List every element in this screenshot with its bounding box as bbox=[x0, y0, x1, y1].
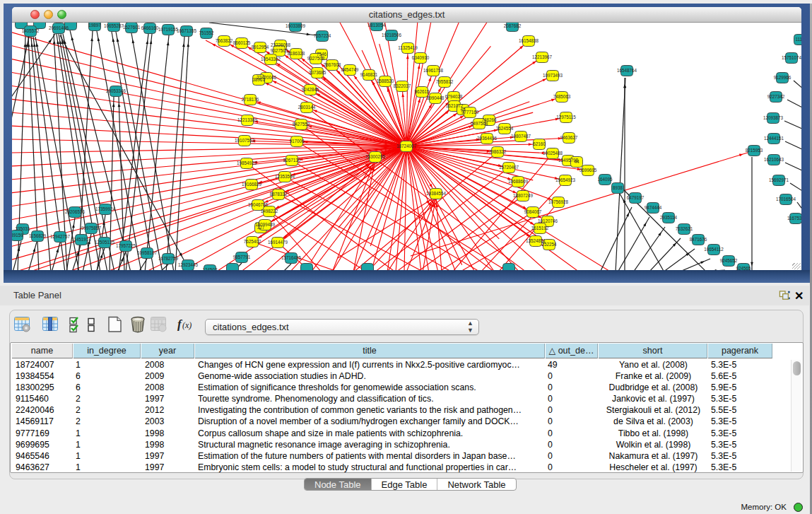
svg-text:23226058: 23226058 bbox=[271, 42, 291, 47]
svg-text:917006: 917006 bbox=[289, 139, 305, 144]
svg-text:20364436: 20364436 bbox=[477, 136, 498, 141]
svg-text:9463627: 9463627 bbox=[560, 135, 578, 140]
svg-text:10756928: 10756928 bbox=[548, 199, 569, 204]
svg-text:20691406: 20691406 bbox=[49, 25, 69, 30]
svg-text:62160: 62160 bbox=[533, 141, 546, 146]
svg-text:12505135: 12505135 bbox=[95, 240, 115, 245]
svg-text:11451914: 11451914 bbox=[71, 237, 91, 242]
svg-text:12213967: 12213967 bbox=[532, 54, 553, 59]
svg-text:39159: 39159 bbox=[12, 233, 23, 238]
svg-text:9242845: 9242845 bbox=[302, 87, 319, 92]
svg-text:3373685: 3373685 bbox=[309, 70, 326, 75]
svg-text:751552: 751552 bbox=[199, 30, 214, 35]
svg-text:9327503: 9327503 bbox=[271, 48, 288, 53]
svg-text:10655287: 10655287 bbox=[104, 23, 124, 28]
svg-text:10107553: 10107553 bbox=[235, 138, 255, 143]
svg-text:10120746: 10120746 bbox=[538, 218, 558, 223]
svg-text:9084067: 9084067 bbox=[524, 209, 542, 214]
svg-text:18724007: 18724007 bbox=[396, 144, 417, 148]
svg-text:16548764: 16548764 bbox=[617, 68, 637, 73]
svg-text:7485063: 7485063 bbox=[553, 94, 571, 99]
svg-text:9245652: 9245652 bbox=[720, 258, 738, 263]
svg-text:2803144: 2803144 bbox=[298, 105, 316, 110]
svg-text:16154838: 16154838 bbox=[519, 38, 539, 43]
svg-text:8186328: 8186328 bbox=[288, 51, 305, 56]
svg-text:6479197: 6479197 bbox=[627, 195, 645, 200]
svg-text:17359924: 17359924 bbox=[95, 206, 116, 211]
svg-text:38961: 38961 bbox=[252, 77, 265, 82]
svg-text:(x): (x) bbox=[182, 320, 192, 330]
svg-text:2087682: 2087682 bbox=[504, 23, 522, 28]
svg-text:15751074: 15751074 bbox=[782, 55, 801, 60]
svg-text:8813054: 8813054 bbox=[368, 23, 386, 28]
svg-text:1615192: 1615192 bbox=[531, 226, 549, 230]
svg-text:15716485: 15716485 bbox=[281, 255, 302, 260]
svg-text:2935114: 2935114 bbox=[660, 215, 678, 220]
svg-text:7632621: 7632621 bbox=[676, 226, 693, 231]
svg-text:12975115: 12975115 bbox=[556, 115, 576, 119]
svg-text:9474444: 9474444 bbox=[645, 205, 662, 210]
svg-text:8912954: 8912954 bbox=[252, 45, 269, 49]
svg-text:7986322: 7986322 bbox=[489, 149, 507, 154]
svg-text:1405572: 1405572 bbox=[22, 28, 40, 33]
svg-text:10046786: 10046786 bbox=[248, 202, 269, 207]
svg-text:3624554: 3624554 bbox=[496, 126, 514, 131]
svg-text:2867608: 2867608 bbox=[324, 62, 341, 67]
svg-text:16210643: 16210643 bbox=[764, 157, 784, 162]
svg-text:9857791: 9857791 bbox=[233, 255, 251, 259]
svg-text:8267130: 8267130 bbox=[283, 158, 301, 163]
svg-text:9227342: 9227342 bbox=[767, 94, 785, 99]
svg-text:8878332: 8878332 bbox=[270, 192, 288, 197]
svg-text:16961758: 16961758 bbox=[423, 68, 444, 73]
svg-text:12942757: 12942757 bbox=[50, 234, 71, 239]
svg-text:18807249: 18807249 bbox=[513, 193, 534, 198]
svg-text:19654923: 19654923 bbox=[555, 177, 576, 182]
svg-text:9146821: 9146821 bbox=[360, 72, 378, 77]
svg-text:10958107: 10958107 bbox=[137, 250, 158, 255]
svg-text:924565: 924565 bbox=[736, 266, 751, 270]
svg-text:10025488: 10025488 bbox=[543, 151, 563, 156]
svg-text:8427552: 8427552 bbox=[293, 122, 310, 127]
svg-text:15692971: 15692971 bbox=[769, 177, 789, 182]
svg-text:6794028: 6794028 bbox=[445, 94, 463, 99]
svg-text:12353594: 12353594 bbox=[275, 174, 295, 179]
svg-text:19218506: 19218506 bbox=[382, 33, 402, 37]
svg-text:8471676: 8471676 bbox=[690, 237, 707, 242]
svg-text:124502: 124502 bbox=[202, 267, 218, 270]
svg-text:8215953: 8215953 bbox=[746, 148, 763, 153]
svg-text:10543362: 10543362 bbox=[261, 57, 281, 62]
svg-text:10719155: 10719155 bbox=[158, 27, 179, 32]
svg-text:10807487: 10807487 bbox=[511, 134, 531, 139]
svg-text:16099489: 16099489 bbox=[255, 222, 276, 227]
svg-text:1498222: 1498222 bbox=[261, 209, 278, 214]
svg-text:8454749: 8454749 bbox=[341, 67, 359, 72]
svg-text:12213389: 12213389 bbox=[237, 117, 258, 122]
svg-text:12444151: 12444151 bbox=[764, 136, 784, 141]
svg-text:16671355: 16671355 bbox=[177, 28, 197, 33]
svg-text:7357224: 7357224 bbox=[314, 33, 331, 38]
svg-text:8322037: 8322037 bbox=[394, 83, 411, 88]
svg-text:17957225: 17957225 bbox=[116, 243, 136, 248]
svg-text:9777169: 9777169 bbox=[461, 110, 479, 115]
svg-text:16914479: 16914479 bbox=[268, 240, 288, 245]
svg-text:8990448: 8990448 bbox=[427, 95, 445, 100]
svg-text:1156829: 1156829 bbox=[29, 233, 47, 238]
svg-text:19166829: 19166829 bbox=[242, 182, 262, 187]
svg-text:44: 44 bbox=[574, 159, 579, 164]
svg-text:12093873: 12093873 bbox=[763, 115, 784, 120]
svg-text:1112: 1112 bbox=[795, 37, 801, 42]
svg-text:7663822: 7663822 bbox=[216, 38, 233, 43]
svg-text:1588520: 1588520 bbox=[377, 78, 394, 83]
svg-text:25300295: 25300295 bbox=[365, 154, 386, 159]
svg-text:12923445: 12923445 bbox=[178, 262, 199, 267]
svg-text:6340910: 6340910 bbox=[412, 55, 430, 60]
svg-text:1527601: 1527601 bbox=[123, 25, 141, 30]
svg-text:16782759: 16782759 bbox=[158, 256, 179, 261]
svg-text:8660125: 8660125 bbox=[233, 40, 251, 45]
svg-text:7955812: 7955812 bbox=[436, 79, 454, 84]
svg-text:10688609: 10688609 bbox=[508, 179, 529, 184]
svg-text:19897: 19897 bbox=[88, 23, 101, 28]
svg-text:962615: 962615 bbox=[414, 89, 430, 94]
svg-text:0699695: 0699695 bbox=[579, 168, 597, 173]
svg-text:17016504: 17016504 bbox=[776, 197, 796, 201]
